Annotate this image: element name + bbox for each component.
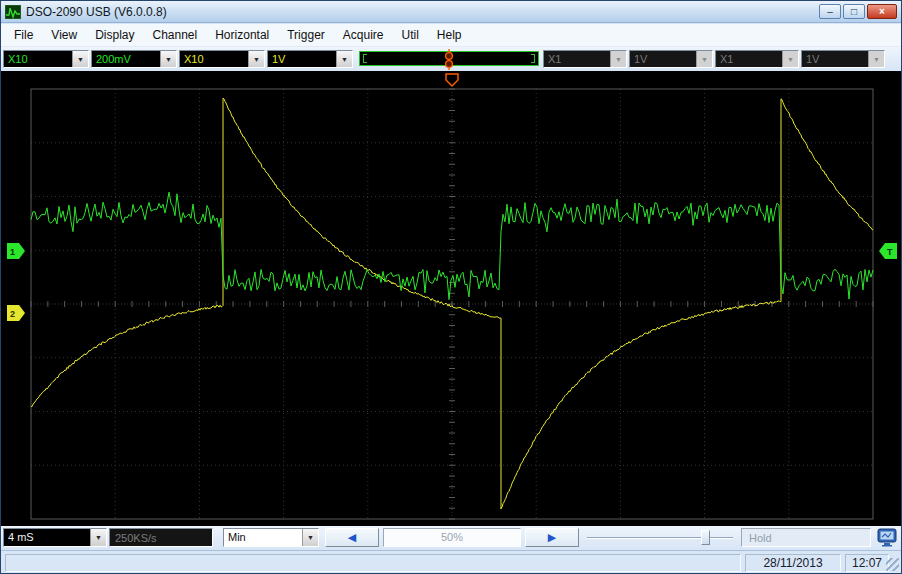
chevron-down-icon[interactable]: ▼ <box>160 51 176 67</box>
chevron-down-icon: ▼ <box>868 51 884 67</box>
ch1-volts-div-value: 200mV <box>92 51 160 67</box>
chevron-down-icon[interactable]: ▼ <box>248 51 264 67</box>
scroll-right-button[interactable]: ▶ <box>525 528 579 547</box>
ch2-volts-div-value: 1V <box>268 51 336 67</box>
menu-bar: File View Display Channel Horizontal Tri… <box>1 24 901 47</box>
minimize-button[interactable]: – <box>819 4 841 19</box>
status-date: 28/11/2013 <box>745 554 841 572</box>
title-bar[interactable]: DSO-2090 USB (V6.0.0.8) – □ × <box>1 1 901 23</box>
ch3-volts-div-combo: 1V ▼ <box>629 50 713 68</box>
toolbar: X10 ▼ 200mV ▼ X10 ▼ 1V ▼ <box>1 47 901 71</box>
ch4-volts-div-value: 1V <box>802 51 868 67</box>
timebase-combo[interactable]: 4 mS ▼ <box>3 528 107 547</box>
status-bar: 28/11/2013 12:07 <box>1 550 901 573</box>
ch2-attenuation-combo[interactable]: X10 ▼ <box>179 50 265 68</box>
svg-text:T: T <box>887 247 893 257</box>
acquire-mode-combo[interactable]: Min ▼ <box>223 528 319 547</box>
scope-display[interactable]: 12T <box>1 71 902 526</box>
ch4-attenuation-combo: X1 ▼ <box>715 50 799 68</box>
chevron-down-icon[interactable]: ▼ <box>72 51 88 67</box>
app-icon <box>5 5 21 19</box>
status-panel-main <box>5 554 741 572</box>
chevron-down-icon[interactable]: ▼ <box>90 529 106 546</box>
ch3-attenuation-value: X1 <box>544 51 610 67</box>
ch3-attenuation-combo: X1 ▼ <box>543 50 627 68</box>
slider-right-bracket <box>531 54 535 63</box>
trigger-position-slider[interactable] <box>359 51 539 66</box>
menu-item-display[interactable]: Display <box>86 25 143 45</box>
menu-item-help[interactable]: Help <box>428 25 471 45</box>
acquire-mode-value: Min <box>224 529 302 546</box>
horizontal-scroll-slider[interactable] <box>587 528 733 547</box>
maximize-button[interactable]: □ <box>843 4 865 19</box>
sample-rate-box: 250KS/s <box>109 528 213 547</box>
slider-handle[interactable] <box>701 530 710 545</box>
menu-item-horizontal[interactable]: Horizontal <box>206 25 278 45</box>
bottom-toolbar: 4 mS ▼ 250KS/s Min ▼ ◀ 50% ▶ Hold <box>1 526 901 550</box>
menu-item-acquire[interactable]: Acquire <box>334 25 393 45</box>
window-title: DSO-2090 USB (V6.0.0.8) <box>26 5 819 19</box>
display-icon[interactable] <box>877 528 898 548</box>
menu-item-file[interactable]: File <box>5 25 42 45</box>
status-time: 12:07 <box>845 554 889 572</box>
ch1-attenuation-value: X10 <box>4 51 72 67</box>
svg-text:1: 1 <box>10 247 15 257</box>
slider-track[interactable] <box>587 537 733 539</box>
chevron-down-icon: ▼ <box>782 51 798 67</box>
ch1-volts-div-combo[interactable]: 200mV ▼ <box>91 50 177 68</box>
chevron-down-icon[interactable]: ▼ <box>336 51 352 67</box>
scroll-position-indicator: 50% <box>383 528 521 547</box>
ch1-attenuation-combo[interactable]: X10 ▼ <box>3 50 89 68</box>
ch3-volts-div-value: 1V <box>630 51 696 67</box>
ch4-attenuation-value: X1 <box>716 51 782 67</box>
svg-text:2: 2 <box>10 309 15 319</box>
close-button[interactable]: × <box>867 4 897 19</box>
chevron-down-icon: ▼ <box>610 51 626 67</box>
hold-box: Hold <box>741 528 871 547</box>
ch4-volts-div-combo: 1V ▼ <box>801 50 885 68</box>
menu-item-util[interactable]: Util <box>393 25 428 45</box>
slider-left-bracket <box>363 54 367 63</box>
menu-item-view[interactable]: View <box>42 25 86 45</box>
chevron-down-icon: ▼ <box>696 51 712 67</box>
resize-grip[interactable] <box>886 558 899 571</box>
menu-item-channel[interactable]: Channel <box>144 25 207 45</box>
timebase-value: 4 mS <box>4 529 90 546</box>
app-window: DSO-2090 USB (V6.0.0.8) – □ × File View … <box>0 0 902 574</box>
ch2-volts-div-combo[interactable]: 1V ▼ <box>267 50 353 68</box>
ch2-attenuation-value: X10 <box>180 51 248 67</box>
scroll-left-button[interactable]: ◀ <box>325 528 379 547</box>
menu-item-trigger[interactable]: Trigger <box>278 25 334 45</box>
chevron-down-icon[interactable]: ▼ <box>302 529 318 546</box>
